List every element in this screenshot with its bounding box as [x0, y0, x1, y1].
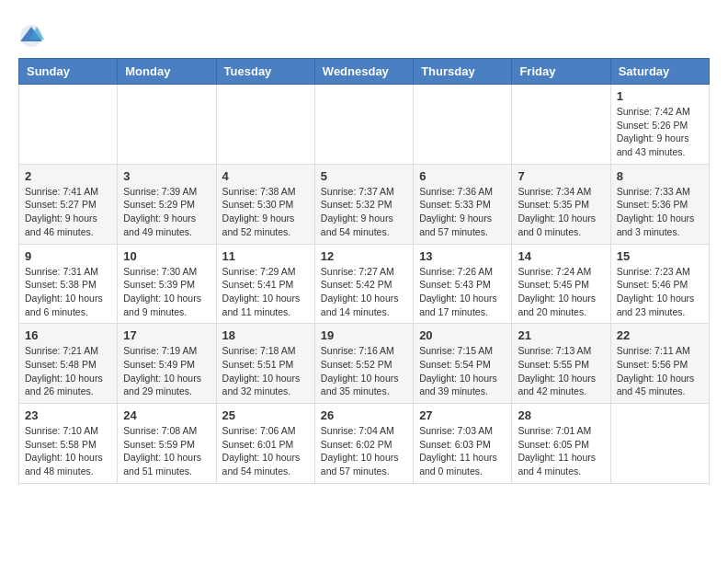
weekday-header-wednesday: Wednesday [314, 59, 413, 85]
calendar-cell: 4Sunrise: 7:38 AM Sunset: 5:30 PM Daylig… [216, 164, 314, 244]
calendar-cell: 12Sunrise: 7:27 AM Sunset: 5:42 PM Dayli… [314, 244, 413, 324]
weekday-header-saturday: Saturday [610, 59, 709, 85]
calendar-cell: 10Sunrise: 7:30 AM Sunset: 5:39 PM Dayli… [118, 244, 216, 324]
day-number: 6 [419, 169, 506, 183]
day-number: 13 [419, 249, 506, 263]
calendar-cell [512, 85, 610, 165]
day-info: Sunrise: 7:37 AM Sunset: 5:32 PM Dayligh… [321, 185, 407, 239]
calendar-cell: 8Sunrise: 7:33 AM Sunset: 5:36 PM Daylig… [610, 164, 709, 244]
calendar-week-2: 2Sunrise: 7:41 AM Sunset: 5:27 PM Daylig… [19, 164, 710, 244]
day-number: 14 [518, 249, 604, 263]
calendar-cell: 26Sunrise: 7:04 AM Sunset: 6:02 PM Dayli… [314, 404, 413, 484]
day-info: Sunrise: 7:08 AM Sunset: 5:59 PM Dayligh… [123, 424, 210, 478]
calendar-week-5: 23Sunrise: 7:10 AM Sunset: 5:58 PM Dayli… [19, 404, 710, 484]
calendar-cell: 15Sunrise: 7:23 AM Sunset: 5:46 PM Dayli… [610, 244, 709, 324]
day-number: 20 [419, 328, 506, 342]
calendar-week-1: 1Sunrise: 7:42 AM Sunset: 5:26 PM Daylig… [19, 85, 710, 165]
calendar-header: SundayMondayTuesdayWednesdayThursdayFrid… [19, 59, 710, 85]
page-header [18, 18, 710, 49]
day-number: 1 [617, 89, 703, 103]
day-info: Sunrise: 7:11 AM Sunset: 5:56 PM Dayligh… [617, 344, 703, 398]
day-info: Sunrise: 7:26 AM Sunset: 5:43 PM Dayligh… [419, 265, 506, 319]
calendar-cell: 9Sunrise: 7:31 AM Sunset: 5:38 PM Daylig… [19, 244, 118, 324]
day-info: Sunrise: 7:34 AM Sunset: 5:35 PM Dayligh… [518, 185, 604, 239]
calendar-cell [19, 85, 118, 165]
calendar-cell: 7Sunrise: 7:34 AM Sunset: 5:35 PM Daylig… [512, 164, 610, 244]
calendar-cell [414, 85, 512, 165]
calendar-cell [314, 85, 413, 165]
calendar-week-4: 16Sunrise: 7:21 AM Sunset: 5:48 PM Dayli… [19, 324, 710, 404]
day-number: 10 [123, 249, 210, 263]
calendar-cell: 19Sunrise: 7:16 AM Sunset: 5:52 PM Dayli… [314, 324, 413, 404]
calendar-cell: 28Sunrise: 7:01 AM Sunset: 6:05 PM Dayli… [512, 404, 610, 484]
day-number: 24 [123, 408, 210, 422]
day-number: 22 [617, 328, 703, 342]
day-number: 8 [617, 169, 703, 183]
day-info: Sunrise: 7:36 AM Sunset: 5:33 PM Dayligh… [419, 185, 506, 239]
day-number: 23 [25, 408, 111, 422]
day-number: 12 [321, 249, 407, 263]
day-number: 11 [222, 249, 309, 263]
day-number: 27 [419, 408, 506, 422]
day-number: 3 [123, 169, 210, 183]
day-number: 16 [25, 328, 111, 342]
day-info: Sunrise: 7:30 AM Sunset: 5:39 PM Dayligh… [123, 265, 210, 319]
calendar-cell: 5Sunrise: 7:37 AM Sunset: 5:32 PM Daylig… [314, 164, 413, 244]
weekday-header-sunday: Sunday [19, 59, 118, 85]
day-info: Sunrise: 7:24 AM Sunset: 5:45 PM Dayligh… [518, 265, 604, 319]
day-info: Sunrise: 7:16 AM Sunset: 5:52 PM Dayligh… [321, 344, 407, 398]
weekday-header-row: SundayMondayTuesdayWednesdayThursdayFrid… [19, 59, 710, 85]
calendar-cell: 22Sunrise: 7:11 AM Sunset: 5:56 PM Dayli… [610, 324, 709, 404]
calendar-cell: 3Sunrise: 7:39 AM Sunset: 5:29 PM Daylig… [118, 164, 216, 244]
weekday-header-friday: Friday [512, 59, 610, 85]
calendar-cell: 18Sunrise: 7:18 AM Sunset: 5:51 PM Dayli… [216, 324, 314, 404]
day-number: 17 [123, 328, 210, 342]
day-number: 9 [25, 249, 111, 263]
calendar-cell [118, 85, 216, 165]
day-number: 5 [321, 169, 407, 183]
day-info: Sunrise: 7:19 AM Sunset: 5:49 PM Dayligh… [123, 344, 210, 398]
day-info: Sunrise: 7:27 AM Sunset: 5:42 PM Dayligh… [321, 265, 407, 319]
calendar-cell: 17Sunrise: 7:19 AM Sunset: 5:49 PM Dayli… [118, 324, 216, 404]
day-number: 7 [518, 169, 604, 183]
calendar-cell: 25Sunrise: 7:06 AM Sunset: 6:01 PM Dayli… [216, 404, 314, 484]
day-info: Sunrise: 7:18 AM Sunset: 5:51 PM Dayligh… [222, 344, 309, 398]
day-info: Sunrise: 7:23 AM Sunset: 5:46 PM Dayligh… [617, 265, 703, 319]
day-info: Sunrise: 7:29 AM Sunset: 5:41 PM Dayligh… [222, 265, 309, 319]
calendar-table: SundayMondayTuesdayWednesdayThursdayFrid… [18, 58, 710, 484]
weekday-header-monday: Monday [118, 59, 216, 85]
day-info: Sunrise: 7:10 AM Sunset: 5:58 PM Dayligh… [25, 424, 111, 478]
calendar-cell: 16Sunrise: 7:21 AM Sunset: 5:48 PM Dayli… [19, 324, 118, 404]
day-info: Sunrise: 7:03 AM Sunset: 6:03 PM Dayligh… [419, 424, 506, 478]
calendar-cell [216, 85, 314, 165]
calendar-cell: 21Sunrise: 7:13 AM Sunset: 5:55 PM Dayli… [512, 324, 610, 404]
calendar-cell: 24Sunrise: 7:08 AM Sunset: 5:59 PM Dayli… [118, 404, 216, 484]
day-number: 4 [222, 169, 309, 183]
day-info: Sunrise: 7:31 AM Sunset: 5:38 PM Dayligh… [25, 265, 111, 319]
day-info: Sunrise: 7:21 AM Sunset: 5:48 PM Dayligh… [25, 344, 111, 398]
day-info: Sunrise: 7:15 AM Sunset: 5:54 PM Dayligh… [419, 344, 506, 398]
calendar-cell: 27Sunrise: 7:03 AM Sunset: 6:03 PM Dayli… [414, 404, 512, 484]
calendar-cell: 1Sunrise: 7:42 AM Sunset: 5:26 PM Daylig… [610, 85, 709, 165]
day-info: Sunrise: 7:39 AM Sunset: 5:29 PM Dayligh… [123, 185, 210, 239]
day-info: Sunrise: 7:38 AM Sunset: 5:30 PM Dayligh… [222, 185, 309, 239]
day-info: Sunrise: 7:13 AM Sunset: 5:55 PM Dayligh… [518, 344, 604, 398]
calendar-cell: 6Sunrise: 7:36 AM Sunset: 5:33 PM Daylig… [414, 164, 512, 244]
day-number: 26 [321, 408, 407, 422]
day-info: Sunrise: 7:06 AM Sunset: 6:01 PM Dayligh… [222, 424, 309, 478]
day-number: 21 [518, 328, 604, 342]
day-info: Sunrise: 7:33 AM Sunset: 5:36 PM Dayligh… [617, 185, 703, 239]
day-number: 19 [321, 328, 407, 342]
calendar-cell [610, 404, 709, 484]
calendar-cell: 14Sunrise: 7:24 AM Sunset: 5:45 PM Dayli… [512, 244, 610, 324]
day-number: 2 [25, 169, 111, 183]
logo [18, 23, 48, 49]
day-info: Sunrise: 7:42 AM Sunset: 5:26 PM Dayligh… [617, 105, 703, 159]
day-info: Sunrise: 7:41 AM Sunset: 5:27 PM Dayligh… [25, 185, 111, 239]
calendar-cell: 20Sunrise: 7:15 AM Sunset: 5:54 PM Dayli… [414, 324, 512, 404]
day-number: 15 [617, 249, 703, 263]
day-info: Sunrise: 7:01 AM Sunset: 6:05 PM Dayligh… [518, 424, 604, 478]
calendar-cell: 2Sunrise: 7:41 AM Sunset: 5:27 PM Daylig… [19, 164, 118, 244]
day-info: Sunrise: 7:04 AM Sunset: 6:02 PM Dayligh… [321, 424, 407, 478]
weekday-header-tuesday: Tuesday [216, 59, 314, 85]
